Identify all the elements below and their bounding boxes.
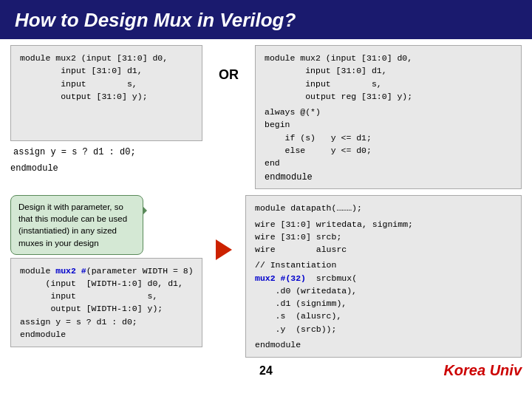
top-row: module mux2 (input [31:0] d0, input [31:… bbox=[10, 45, 522, 189]
endmodule1: endmodule bbox=[10, 163, 202, 174]
page-number: 24 bbox=[181, 364, 352, 378]
bottom-left-code: module mux2 #(parameter WIDTH = 8) (inpu… bbox=[20, 265, 193, 341]
left-column: module mux2 (input [31:0] d0, input [31:… bbox=[10, 45, 202, 174]
speech-bubble: Design it with parameter, so that this m… bbox=[10, 195, 143, 254]
korea-univ-area: Korea Univ bbox=[351, 362, 522, 379]
bottom-strip: 24 Korea Univ bbox=[0, 358, 532, 379]
bottom-right-inst: mux2 #(32) srcbmux( .d0 (writedata), .d1… bbox=[255, 272, 512, 335]
page: How to Design Mux in Verilog? module mux… bbox=[0, 0, 532, 399]
title-bar: How to Design Mux in Verilog? bbox=[0, 0, 532, 39]
highlight-mux2: mux2 # bbox=[55, 266, 86, 276]
assign-line: assign y = s ? d1 : d0; bbox=[10, 147, 202, 157]
bottom-right-wire: wire [31:0] writedata, signimm; wire [31… bbox=[255, 218, 512, 256]
bottom-left-panel: module mux2 #(parameter WIDTH = 8) (inpu… bbox=[10, 258, 202, 348]
content-area: module mux2 (input [31:0] d0, input [31:… bbox=[0, 39, 532, 358]
bottom-right-top: module datapath(………); bbox=[255, 202, 512, 214]
bottom-right-comment: // Instantiation bbox=[255, 259, 512, 271]
right-code-always: always @(*) begin if (s) y <= d1; else y… bbox=[265, 106, 512, 169]
highlight-mux2-inst: mux2 #(32) bbox=[255, 273, 306, 283]
right-arrow-icon bbox=[216, 239, 232, 260]
bottom-right-panel: module datapath(………); wire [31:0] writed… bbox=[245, 195, 522, 358]
left-code-panel: module mux2 (input [31:0] d0, input [31:… bbox=[10, 45, 202, 141]
bottom-left-column: Design it with parameter, so that this m… bbox=[10, 195, 202, 347]
endmodule2: endmodule bbox=[265, 172, 512, 183]
bottom-right-end: endmodule bbox=[255, 338, 512, 351]
or-label: OR bbox=[213, 45, 245, 83]
page-title: How to Design Mux in Verilog? bbox=[15, 9, 296, 31]
right-code-top: module mux2 (input [31:0] d0, input [31:… bbox=[265, 52, 512, 103]
bottom-row: Design it with parameter, so that this m… bbox=[10, 195, 522, 358]
korea-univ-label: Korea Univ bbox=[443, 362, 522, 378]
left-code-block: module mux2 (input [31:0] d0, input [31:… bbox=[20, 52, 193, 103]
arrow-area bbox=[205, 239, 242, 260]
right-code-panel: module mux2 (input [31:0] d0, input [31:… bbox=[255, 45, 522, 189]
